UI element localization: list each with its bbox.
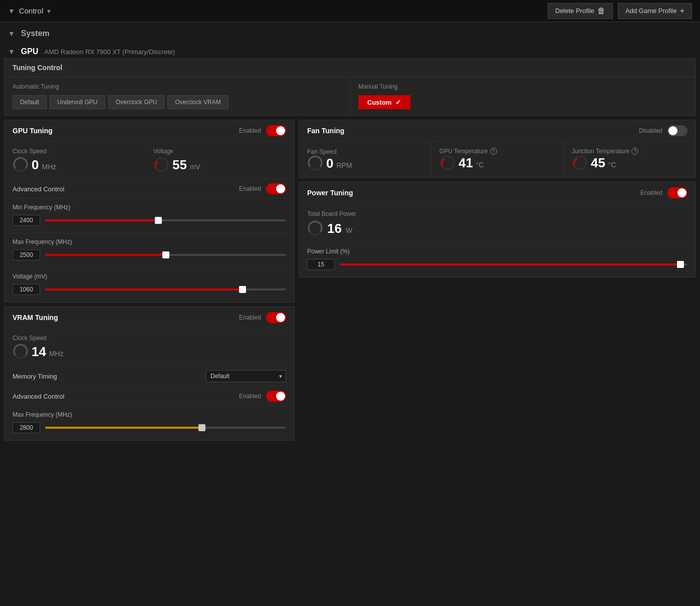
total-board-power-unit: W [346, 226, 352, 234]
gpu-clock-label: Clock Speed [13, 148, 145, 155]
delete-profile-button[interactable]: Delete Profile 🗑 [548, 3, 613, 19]
svg-point-4 [441, 156, 454, 169]
tuning-control-title: Tuning Control [5, 59, 695, 77]
junction-temp-label: Junction Temperature [572, 148, 629, 155]
total-board-power-metric: Total Board Power 16 W [299, 204, 695, 242]
gpu-temp-label: GPU Temperature [439, 148, 488, 155]
trash-icon: 🗑 [597, 7, 605, 16]
auto-buttons-row: Default Undervolt GPU Overclock GPU Over… [13, 95, 342, 109]
vram-clock-row: Clock Speed 14 MHz [5, 329, 294, 366]
auto-btn-overclock-gpu[interactable]: Overclock GPU [108, 95, 165, 109]
power-limit-slider-row [307, 259, 687, 270]
auto-btn-overclock-vram[interactable]: Overclock VRAM [167, 95, 228, 109]
fan-tuning-status-row: Disabled [639, 125, 687, 136]
auto-btn-default[interactable]: Default [13, 95, 47, 109]
vram-tuning-toggle[interactable] [266, 312, 286, 323]
max-freq-label: Max Frequency (MHz) [13, 238, 286, 245]
min-freq-input[interactable] [13, 215, 40, 226]
power-limit-track [340, 263, 687, 265]
junction-temp-unit: °C [608, 161, 616, 169]
control-chevron-icon: ▼ [8, 7, 15, 15]
power-limit-label: Power Limit (%) [307, 248, 687, 255]
power-limit-thumb[interactable] [677, 261, 684, 268]
min-freq-fill [45, 219, 158, 221]
max-freq-slider-row [13, 249, 286, 260]
main-layout: GPU Tuning Enabled Clock Speed 0 [4, 120, 696, 441]
voltage-thumb[interactable] [239, 286, 246, 293]
vram-clock-metric: Clock Speed 14 MHz [13, 335, 286, 360]
system-label: System [21, 29, 50, 38]
power-tuning-toggle[interactable] [667, 187, 687, 198]
vram-tuning-card: VRAM Tuning Enabled Clock Speed 14 [4, 307, 295, 441]
junction-temp-value: 45 [591, 155, 605, 171]
vram-advanced-control-row: Advanced Control Enabled [5, 387, 294, 406]
app-title: Control [19, 7, 43, 15]
advanced-control-status: Enabled [239, 185, 261, 192]
custom-button[interactable]: Custom ✓ [358, 95, 410, 109]
auto-btn-undervolt[interactable]: Undervolt GPU [50, 95, 105, 109]
gpu-temp-unit: °C [476, 161, 484, 169]
svg-point-5 [573, 156, 586, 169]
gpu-tuning-toggle[interactable] [266, 125, 286, 136]
vram-max-freq-input[interactable] [13, 422, 40, 433]
advanced-control-row: Advanced Control Enabled [5, 179, 294, 199]
voltage-mv-input[interactable] [13, 284, 40, 295]
power-limit-input[interactable] [307, 259, 335, 270]
min-freq-track [45, 219, 286, 221]
gpu-clock-voltage-row: Clock Speed 0 MHz Voltage [5, 142, 294, 179]
fan-speed-dial-icon [307, 155, 323, 171]
gpu-clock-dial-icon [13, 157, 29, 173]
min-freq-slider-row [13, 215, 286, 226]
tuning-control-card: Tuning Control Automatic Tuning Default … [4, 58, 696, 116]
fan-tuning-card: Fan Tuning Disabled Fan Speed 0 [299, 120, 696, 178]
advanced-control-toggle[interactable] [266, 183, 286, 194]
vram-max-freq-fill [45, 427, 202, 429]
gpu-voltage-metric: Voltage 55 mV [153, 148, 286, 173]
junction-temp-metric: Junction Temperature ? 45 °C [564, 142, 695, 177]
fan-speed-value-row: 0 RPM [307, 155, 423, 171]
gpu-clock-unit: MHz [42, 163, 56, 171]
vram-tuning-header: VRAM Tuning Enabled [5, 307, 294, 329]
power-limit-section: Power Limit (%) [299, 243, 695, 277]
top-bar-right: Delete Profile 🗑 Add Game Profile + [548, 3, 692, 19]
top-bar-left: ▼ Control ▾ [8, 7, 51, 15]
vram-max-freq-thumb[interactable] [198, 424, 205, 431]
control-dropdown-icon[interactable]: ▾ [47, 7, 51, 15]
memory-timing-row: Memory Timing Default ▼ [5, 366, 294, 387]
max-freq-thumb[interactable] [162, 251, 169, 258]
system-chevron-icon[interactable]: ▼ [8, 30, 15, 38]
memory-timing-select[interactable]: Default [206, 370, 286, 382]
gpu-chevron-icon[interactable]: ▼ [8, 48, 15, 56]
power-tuning-card: Power Tuning Enabled Total Board Power 1… [299, 182, 696, 277]
checkmark-icon: ✓ [395, 98, 401, 106]
min-freq-thumb[interactable] [155, 217, 162, 224]
fan-speed-metric: Fan Speed 0 RPM [299, 142, 431, 177]
max-freq-input[interactable] [13, 249, 40, 260]
min-freq-slider-section: Min Frequency (MHz) [5, 199, 294, 233]
fan-speed-value: 0 [326, 156, 333, 171]
gpu-voltage-value-row: 55 mV [153, 157, 286, 173]
gpu-voltage-label: Voltage [153, 148, 286, 155]
gpu-tuning-title: GPU Tuning [13, 127, 53, 135]
system-header: ▼ System [0, 22, 700, 45]
plus-icon: + [680, 7, 684, 16]
gpu-clock-value: 0 [32, 157, 39, 173]
total-board-power-value-row: 16 W [307, 220, 687, 236]
vram-tuning-status-label: Enabled [239, 314, 261, 321]
add-game-profile-button[interactable]: Add Game Profile + [618, 3, 692, 19]
advanced-control-label: Advanced Control [13, 185, 64, 193]
vram-max-freq-row [13, 422, 286, 433]
advanced-control-status-row: Enabled [239, 183, 286, 194]
gpu-temp-help-icon: ? [490, 148, 497, 155]
min-freq-label: Min Frequency (MHz) [13, 204, 286, 211]
gpu-clock-value-row: 0 MHz [13, 157, 145, 173]
vram-advanced-toggle[interactable] [266, 391, 286, 402]
fan-tuning-toggle[interactable] [667, 125, 687, 136]
vram-max-freq-label: Max Frequency (MHz) [13, 411, 286, 418]
max-freq-track [45, 254, 286, 256]
fan-speed-unit: RPM [336, 161, 352, 169]
max-freq-slider-section: Max Frequency (MHz) [5, 233, 294, 268]
gpu-tuning-status-row: Enabled [239, 125, 286, 136]
max-freq-fill [45, 254, 166, 256]
left-column: GPU Tuning Enabled Clock Speed 0 [4, 120, 295, 441]
